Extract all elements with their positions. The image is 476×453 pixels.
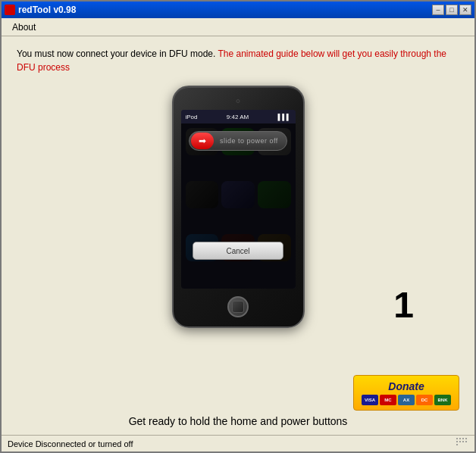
discover-icon: DC bbox=[416, 395, 433, 405]
slider-arrow-icon: ➡ bbox=[199, 136, 206, 146]
instruction-normal: You must now connect your device in DFU … bbox=[17, 48, 218, 59]
power-off-overlay: ➡ slide to power off bbox=[181, 123, 296, 289]
maximize-button[interactable]: □ bbox=[446, 5, 458, 15]
phone-cancel-area: Cancel bbox=[181, 242, 296, 260]
power-slider: ➡ slide to power off bbox=[189, 131, 287, 151]
phone-illustration: iPod 9:42 AM ▌▌▌ bbox=[172, 86, 305, 328]
visa-icon: VISA bbox=[362, 395, 378, 405]
menu-bar: About bbox=[2, 18, 474, 36]
main-content: You must now connect your device in DFU … bbox=[2, 36, 474, 435]
instruction-text: You must now connect your device in DFU … bbox=[17, 47, 449, 74]
step-number: 1 bbox=[393, 284, 414, 326]
main-window: redTool v0.98 – □ ✕ About You must now c… bbox=[0, 0, 476, 453]
minimize-button[interactable]: – bbox=[432, 5, 444, 15]
mastercard-icon: MC bbox=[380, 395, 396, 405]
camera-dot bbox=[236, 99, 240, 103]
amex-icon: AX bbox=[398, 395, 415, 405]
donate-cards: VISA MC AX DC BNK bbox=[362, 395, 451, 405]
slider-text: slide to power off bbox=[220, 137, 278, 145]
phone-screen: iPod 9:42 AM ▌▌▌ bbox=[181, 110, 296, 289]
phone-area: iPod 9:42 AM ▌▌▌ bbox=[17, 82, 459, 409]
phone-status-left: iPod bbox=[186, 114, 198, 120]
phone-status-time: 9:42 AM bbox=[227, 114, 249, 120]
phone-home-inner bbox=[232, 301, 244, 313]
menu-about[interactable]: About bbox=[8, 20, 40, 34]
bank-icon: BNK bbox=[434, 395, 451, 405]
window-title: redTool v0.98 bbox=[18, 5, 76, 15]
donate-button[interactable]: Donate VISA MC AX DC BNK bbox=[353, 375, 459, 411]
bottom-instruction: Get ready to hold the home and power but… bbox=[17, 409, 459, 435]
app-icon bbox=[5, 5, 15, 15]
phone-status-right: ▌▌▌ bbox=[277, 114, 290, 120]
phone-status-bar: iPod 9:42 AM ▌▌▌ bbox=[181, 110, 296, 123]
resize-grip bbox=[456, 438, 468, 450]
phone-home-button bbox=[227, 296, 249, 317]
close-button[interactable]: ✕ bbox=[459, 5, 471, 15]
status-bar: Device Disconnected or turned off bbox=[2, 435, 474, 451]
slider-thumb: ➡ bbox=[191, 133, 214, 149]
donate-area: Donate VISA MC AX DC BNK bbox=[353, 375, 459, 411]
donate-label: Donate bbox=[388, 380, 424, 392]
title-bar: redTool v0.98 – □ ✕ bbox=[2, 2, 474, 18]
status-text: Device Disconnected or turned off bbox=[8, 439, 133, 448]
window-controls: – □ ✕ bbox=[432, 5, 471, 15]
cancel-button[interactable]: Cancel bbox=[193, 242, 283, 260]
